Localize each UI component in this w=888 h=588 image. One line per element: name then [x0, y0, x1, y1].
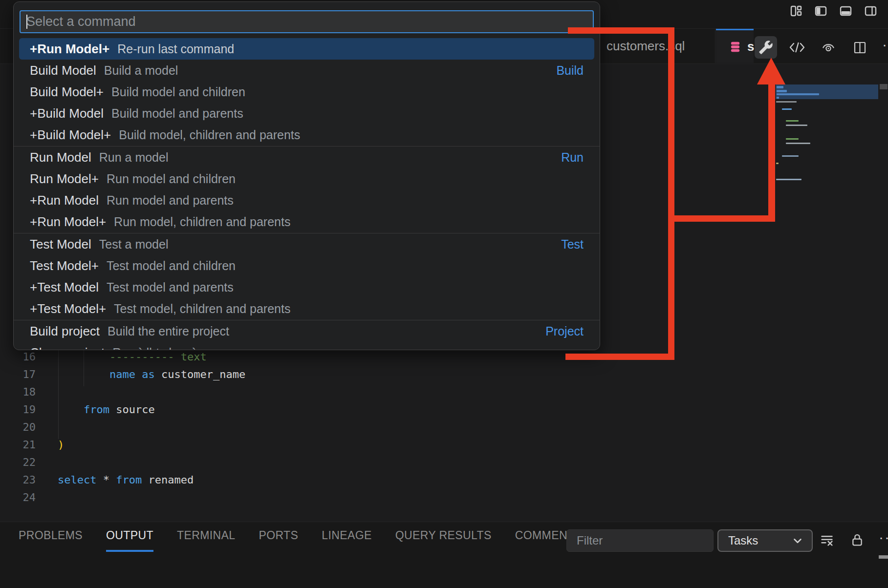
- line-number: 18: [0, 383, 36, 401]
- annotation-line-top: [568, 27, 674, 34]
- toggle-primary-sidebar-icon[interactable]: [814, 4, 827, 18]
- panel-tab-problems[interactable]: PROBLEMS: [19, 529, 83, 552]
- tasks-dropdown-label: Tasks: [728, 534, 758, 547]
- command-palette: +Run Model+Re-run last commandBuild Mode…: [13, 1, 600, 350]
- editor-scrollbar[interactable]: [880, 84, 888, 89]
- command-item[interactable]: Clean projectRun `dbt clean`: [19, 342, 594, 350]
- command-description: Test a model: [99, 237, 169, 252]
- minimap-line: [786, 120, 799, 122]
- more-actions-icon[interactable]: ···: [880, 36, 888, 59]
- annotation-line-mid: [668, 215, 775, 222]
- code-line[interactable]: 18: [0, 383, 596, 401]
- command-category: Test: [561, 237, 584, 252]
- command-input[interactable]: [21, 11, 593, 32]
- command-description: Build a model: [104, 63, 178, 78]
- command-item[interactable]: +Test ModelTest model and parents: [19, 276, 594, 298]
- command-item[interactable]: Build Model+Build model and children: [19, 81, 594, 103]
- command-item[interactable]: Run ModelRun a modelRun: [19, 147, 594, 168]
- panel-more-icon[interactable]: ···: [878, 529, 888, 551]
- database-icon: [729, 41, 742, 53]
- code-area[interactable]: 16 ---------- text17 name as customer_na…: [0, 348, 596, 506]
- line-number: 16: [0, 348, 36, 366]
- preview-icon[interactable]: [817, 36, 840, 59]
- command-item[interactable]: +Run Model+Run model, children and paren…: [19, 211, 594, 232]
- filter-box: [566, 529, 714, 552]
- command-description: Build model and children: [111, 85, 245, 99]
- annotation-arrow-head: [757, 58, 785, 84]
- minimap-line: [777, 90, 787, 92]
- code-line[interactable]: 17 name as customer_name: [0, 366, 596, 383]
- command-category: Run: [561, 150, 584, 165]
- command-item[interactable]: Test ModelTest a modelTest: [19, 233, 594, 255]
- command-item[interactable]: Test Model+Test model and children: [19, 255, 594, 276]
- command-item[interactable]: +Test Model+Test model, children and par…: [19, 298, 594, 319]
- code-line[interactable]: 20: [0, 419, 596, 436]
- minimap-line: [776, 163, 779, 164]
- command-description: Build the entire project: [108, 324, 229, 338]
- tasks-dropdown[interactable]: Tasks: [717, 529, 813, 552]
- tab-customers-sql[interactable]: customers.sql: [600, 29, 721, 63]
- toggle-panel-icon[interactable]: [839, 4, 852, 18]
- annotation-arrow-shaft: [768, 83, 775, 222]
- command-item[interactable]: +Run Model+Re-run last command: [19, 38, 594, 60]
- tab-active[interactable]: s: [716, 29, 754, 63]
- window-layout-controls: [789, 4, 877, 18]
- panel-tab-ports[interactable]: PORTS: [259, 529, 298, 552]
- command-name: Test Model: [30, 237, 91, 252]
- minimap-line: [782, 108, 792, 110]
- line-number: 19: [0, 401, 36, 419]
- clear-output-icon[interactable]: [817, 529, 837, 551]
- code-line[interactable]: 22: [0, 454, 596, 471]
- command-name: Run Model: [30, 150, 91, 165]
- minimap[interactable]: [776, 84, 878, 260]
- code-line[interactable]: 19 from source: [0, 401, 596, 419]
- command-name: Run Model+: [30, 171, 99, 187]
- command-item[interactable]: +Run ModelRun model and parents: [19, 189, 594, 211]
- code-line[interactable]: 21): [0, 436, 596, 454]
- code-text: select * from renamed: [58, 471, 194, 489]
- minimap-line: [777, 86, 783, 88]
- wrench-icon[interactable]: [755, 36, 777, 59]
- panel-tab-lineage[interactable]: LINEAGE: [322, 529, 372, 552]
- command-description: Run model and children: [107, 172, 236, 186]
- minimap-line: [786, 143, 810, 144]
- command-item[interactable]: +Build ModelBuild model and parents: [19, 103, 594, 124]
- command-name: Build project: [30, 324, 100, 339]
- minimap-line: [782, 155, 799, 157]
- command-description: Test model and parents: [107, 280, 234, 294]
- text-caret: [26, 15, 27, 29]
- panel-action-icons: ···: [817, 529, 888, 551]
- code-view-icon[interactable]: [786, 36, 808, 59]
- annotation-line-bottom: [565, 354, 674, 360]
- minimap-line: [786, 138, 799, 140]
- filter-input[interactable]: [567, 530, 713, 551]
- panel-scrollbar[interactable]: [879, 555, 888, 559]
- command-description: Run a model: [99, 150, 169, 165]
- command-item[interactable]: +Build Model+Build model, children and p…: [19, 124, 594, 146]
- panel-tabs: PROBLEMSOUTPUTTERMINALPORTSLINEAGEQUERY …: [19, 529, 582, 552]
- tab-separator: [715, 29, 715, 63]
- command-item[interactable]: Run Model+Run model and children: [19, 168, 594, 189]
- command-description: Build model, children and parents: [119, 128, 300, 142]
- split-editor-icon[interactable]: [848, 36, 871, 59]
- code-line[interactable]: 23select * from renamed: [0, 471, 596, 489]
- command-item[interactable]: Build projectBuild the entire projectPro…: [19, 320, 594, 342]
- minimap-line: [776, 101, 797, 103]
- command-name: Test Model+: [30, 258, 99, 273]
- command-category: Project: [545, 324, 584, 338]
- customize-layout-icon[interactable]: [789, 4, 802, 18]
- command-name: +Build Model: [30, 106, 104, 121]
- code-line[interactable]: 16 ---------- text: [0, 348, 596, 366]
- command-name: Clean project: [30, 345, 105, 351]
- panel-tab-output[interactable]: OUTPUT: [106, 529, 153, 552]
- lock-icon[interactable]: [847, 529, 867, 551]
- panel-tab-terminal[interactable]: TERMINAL: [177, 529, 236, 552]
- chevron-down-icon: [791, 534, 804, 547]
- toggle-secondary-sidebar-icon[interactable]: [864, 4, 877, 18]
- vscode-window: customers.sql s: [0, 0, 888, 588]
- code-line[interactable]: 24: [0, 489, 596, 506]
- command-item[interactable]: Build ModelBuild a modelBuild: [19, 60, 594, 81]
- panel-tab-query-results[interactable]: QUERY RESULTS: [395, 529, 492, 552]
- code-text: ): [58, 436, 64, 454]
- command-name: +Run Model+: [30, 42, 109, 57]
